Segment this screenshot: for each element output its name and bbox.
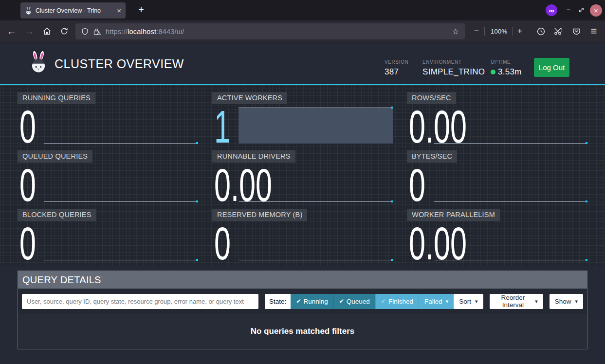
- stats-grid: RUNNING QUERIES 0 ACTIVE WORKERS 1 ROWS/…: [0, 86, 605, 261]
- sparkline-flat: [44, 143, 198, 144]
- state-filter-finished[interactable]: ✔ Finished: [375, 294, 419, 309]
- uptime-status-dot: [491, 70, 495, 74]
- reload-icon[interactable]: [56, 20, 72, 42]
- chevron-down-icon: ▾: [475, 298, 478, 305]
- check-icon: ✔: [381, 298, 386, 305]
- environment-label: ENVIRONMENT: [422, 59, 485, 65]
- chevron-down-icon: ▾: [575, 298, 578, 305]
- stat-value: 1: [214, 104, 231, 150]
- environment-info: ENVIRONMENT SIMPLE_TRINO: [422, 59, 485, 77]
- window-minimize-button[interactable]: −: [563, 4, 574, 16]
- sparkline-flat: [44, 201, 198, 202]
- trino-bunny-logo: [28, 50, 49, 74]
- stat-value: 0: [409, 163, 425, 208]
- page-title: CLUSTER OVERVIEW: [55, 57, 184, 71]
- bookmark-star-icon[interactable]: ☆: [452, 27, 459, 36]
- shield-icon[interactable]: [81, 28, 89, 36]
- state-filter-label: State:: [265, 294, 291, 309]
- browser-toolbar: ← → https://localhost:8443/ui/: [0, 20, 605, 42]
- query-details-title: QUERY DETAILS: [18, 271, 587, 289]
- window-close-button[interactable]: ×: [590, 4, 602, 17]
- stat-tile-rows-sec: ROWS/SEC 0.00: [407, 86, 587, 144]
- chevron-down-icon: ▾: [446, 298, 449, 305]
- toolbar-separator: [512, 27, 513, 36]
- browser-tab[interactable]: Cluster Overview - Trino ×: [20, 2, 126, 18]
- browser-titlebar: Cluster Overview - Trino × + ∞ − ×: [0, 0, 605, 20]
- stat-tile-worker-parallelism: WORKER PARALLELISM 0.00: [407, 202, 587, 261]
- stat-value: 0: [19, 163, 36, 208]
- list-control-buttons: Sort ▾ Reorder Interval ▾ Show ▾: [454, 294, 583, 309]
- zoom-out-icon[interactable]: −: [470, 20, 483, 42]
- url-scheme: https://: [106, 28, 128, 36]
- cluster-stats-section: RUNNING QUERIES 0 ACTIVE WORKERS 1 ROWS/…: [0, 84, 605, 266]
- uptime-info: UPTIME 3.53m: [491, 59, 522, 77]
- private-browsing-icon: ∞: [546, 4, 557, 16]
- sparkline-flat: [239, 260, 393, 260]
- new-tab-button[interactable]: +: [134, 3, 148, 17]
- sparkline-area-filled: [238, 108, 393, 144]
- check-icon: ✔: [296, 298, 301, 305]
- page-header: CLUSTER OVERVIEW VERSION 387 ENVIRONMENT…: [0, 42, 605, 84]
- screenshot-scissors-icon[interactable]: [550, 20, 566, 42]
- stat-value: 0: [214, 221, 231, 267]
- sparkline-flat: [434, 143, 587, 144]
- toolbar-separator: [484, 27, 485, 36]
- chevron-down-icon: ▾: [535, 298, 538, 305]
- logout-button[interactable]: Log Out: [534, 58, 569, 77]
- stat-tile-reserved-memory: RESERVED MEMORY (B) 0: [212, 202, 393, 261]
- history-clock-icon[interactable]: [533, 20, 549, 42]
- stat-tile-queued-queries: QUEUED QUERIES 0: [18, 144, 198, 202]
- lock-warning-icon[interactable]: [93, 28, 101, 36]
- reorder-interval-dropdown-button[interactable]: Reorder Interval ▾: [490, 294, 543, 309]
- query-list-empty-area: No queries matched filters: [18, 314, 587, 349]
- url-text: https://localhost:8443/ui/: [106, 28, 184, 36]
- query-details-panel: QUERY DETAILS State: ✔ Running ✔ Queued …: [18, 271, 587, 349]
- query-search-input[interactable]: [22, 294, 258, 309]
- stat-tile-bytes-sec: BYTES/SEC 0: [407, 144, 587, 202]
- uptime-value: 3.53m: [491, 67, 522, 77]
- zoom-level-indicator[interactable]: 100%: [487, 20, 511, 42]
- sort-dropdown-button[interactable]: Sort ▾: [454, 294, 483, 309]
- trino-cluster-overview-page: CLUSTER OVERVIEW VERSION 387 ENVIRONMENT…: [0, 42, 605, 364]
- url-bar[interactable]: https://localhost:8443/ui/ ☆: [75, 23, 465, 39]
- url-host: localhost: [128, 28, 156, 36]
- version-info: VERSION 387: [385, 59, 408, 77]
- stat-value: 0: [19, 104, 36, 150]
- environment-value: SIMPLE_TRINO: [422, 67, 485, 77]
- menu-hamburger-icon[interactable]: ≡: [586, 20, 602, 42]
- stat-tile-blocked-queries: BLOCKED QUERIES 0: [18, 202, 198, 261]
- state-filter-queued[interactable]: ✔ Queued: [333, 294, 375, 309]
- stat-tile-running-queries: RUNNING QUERIES 0: [18, 86, 198, 144]
- uptime-label: UPTIME: [491, 59, 522, 65]
- check-icon: ✔: [339, 298, 344, 305]
- pocket-icon[interactable]: [568, 20, 584, 42]
- version-value: 387: [385, 67, 408, 77]
- version-label: VERSION: [385, 59, 408, 65]
- forward-icon[interactable]: →: [21, 20, 37, 42]
- state-filter-running[interactable]: ✔ Running: [291, 294, 333, 309]
- query-filter-toolbar: State: ✔ Running ✔ Queued ✔ Finished Fai…: [18, 289, 587, 314]
- tab-title: Cluster Overview - Trino: [36, 7, 101, 14]
- back-icon[interactable]: ←: [4, 20, 19, 42]
- stat-tile-runnable-drivers: RUNNABLE DRIVERS 0.00: [212, 144, 393, 202]
- tab-close-icon[interactable]: ×: [117, 7, 121, 14]
- empty-message: No queries matched filters: [251, 327, 355, 336]
- state-filter-failed-dropdown[interactable]: Failed ▾: [419, 294, 454, 309]
- zoom-in-icon[interactable]: +: [513, 20, 526, 42]
- sparkline-flat: [239, 201, 393, 202]
- url-path: :8443/ui/: [156, 28, 184, 36]
- stat-tile-active-workers: ACTIVE WORKERS 1: [212, 86, 393, 144]
- state-filter-group: State: ✔ Running ✔ Queued ✔ Finished Fai…: [265, 294, 454, 309]
- stat-value: 0: [19, 221, 36, 267]
- sparkline-flat: [434, 201, 587, 202]
- window-restore-button[interactable]: [578, 7, 585, 13]
- favicon-trino-bunny-icon: [25, 6, 32, 15]
- home-icon[interactable]: [39, 20, 55, 42]
- show-dropdown-button[interactable]: Show ▾: [550, 294, 583, 309]
- sparkline-flat: [44, 260, 198, 260]
- sparkline-flat: [434, 260, 587, 260]
